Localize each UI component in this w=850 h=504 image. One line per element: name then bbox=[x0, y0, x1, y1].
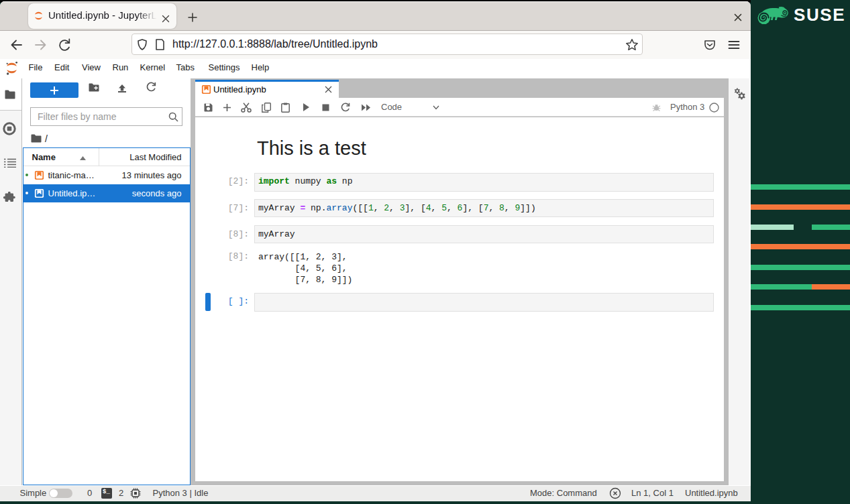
svg-text:SUSE: SUSE bbox=[794, 7, 845, 25]
